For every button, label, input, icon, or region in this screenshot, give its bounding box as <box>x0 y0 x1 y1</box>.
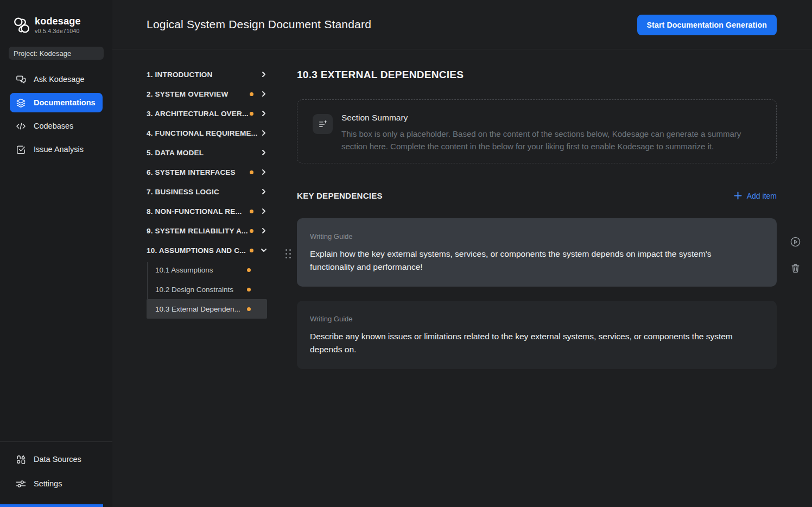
sidebar-nav: Ask Kodesage Documentations Codebases <box>0 69 112 159</box>
toc-item-data-model[interactable]: 5. DATA MODEL <box>147 143 267 162</box>
generate-play-button[interactable] <box>789 235 802 248</box>
page-title: Logical System Design Document Standard <box>147 18 371 31</box>
chevron-right-icon <box>261 71 267 78</box>
toc-item-label: 8. NON-FUNCTIONAL RE... <box>147 207 242 216</box>
sidebar-item-label: Codebases <box>34 122 73 130</box>
shapes-icon <box>15 454 27 465</box>
writing-guide-label: Writing Guide <box>310 232 762 240</box>
dependency-card-1[interactable]: Writing Guide Explain how the key extern… <box>297 218 777 287</box>
sidebar-scrollbar[interactable] <box>0 504 103 507</box>
toc-subitem-assumptions[interactable]: 10.1 Assumptions <box>147 260 267 280</box>
summary-title: Section Summary <box>341 113 760 123</box>
toc-item-assumptions-and-constraints[interactable]: 10. ASSUMPTIONS AND C... <box>147 240 267 260</box>
toc-item-label: 10. ASSUMPTIONS AND C... <box>147 246 246 255</box>
project-selector[interactable]: Project: Kodesage <box>9 47 104 60</box>
section-summary-placeholder: Section Summary This box is only a place… <box>297 99 777 163</box>
chevron-right-icon <box>261 91 267 97</box>
toc-item-label: 7. BUSINESS LOGIC <box>147 188 219 196</box>
toc-sublist: 10.1 Assumptions 10.2 Design Constraints… <box>147 260 267 319</box>
toc-item-functional-requirements[interactable]: 4. FUNCTIONAL REQUIREME... <box>147 123 267 143</box>
toc-subitem-label: 10.2 Design Constraints <box>155 286 233 294</box>
summarize-sparkle-icon <box>317 118 328 130</box>
plus-icon <box>734 192 742 200</box>
sidebar-item-settings[interactable]: Settings <box>10 474 103 493</box>
toc-item-system-overview[interactable]: 2. SYSTEM OVERVIEW <box>147 84 267 104</box>
toc-item-label: 5. DATA MODEL <box>147 149 204 157</box>
sidebar-footer: Data Sources Settings <box>0 441 112 498</box>
status-dot <box>250 229 253 233</box>
chevron-down-icon <box>261 247 267 254</box>
main-content: 10.3 EXTERNAL DEPENDENCIES Section Summa… <box>297 65 777 369</box>
sidebar-item-label: Settings <box>34 479 62 488</box>
sidebar-item-label: Documentations <box>34 98 96 107</box>
toc-item-non-functional-requirements[interactable]: 8. NON-FUNCTIONAL RE... <box>147 201 267 221</box>
chat-icon <box>15 74 27 85</box>
toc-item-system-interfaces[interactable]: 6. SYSTEM INTERFACES <box>147 162 267 182</box>
status-dot <box>247 268 251 272</box>
sliders-icon <box>15 478 27 490</box>
page-header: Logical System Design Document Standard … <box>112 0 812 49</box>
toc-item-label: 9. SYSTEM RELIABILITY A... <box>147 227 248 235</box>
toc-item-label: 3. ARCHITECTURAL OVER... <box>147 110 249 118</box>
sidebar-item-codebases[interactable]: Codebases <box>10 116 103 136</box>
summary-body: This box is only a placeholder. Based on… <box>341 128 760 153</box>
chevron-right-icon <box>261 169 267 175</box>
status-dot <box>247 307 251 311</box>
start-documentation-generation-button[interactable]: Start Documentation Generation <box>637 15 777 35</box>
layers-icon <box>15 97 27 109</box>
section-title: 10.3 EXTERNAL DEPENDENCIES <box>297 69 777 81</box>
key-dependencies-title: KEY DEPENDENCIES <box>297 191 383 200</box>
status-dot <box>247 288 251 291</box>
chevron-right-icon <box>261 110 267 117</box>
writing-guide-text[interactable]: Describe any known issues or limitations… <box>310 330 744 356</box>
toc-item-architectural-overview[interactable]: 3. ARCHITECTURAL OVER... <box>147 104 267 123</box>
delete-button[interactable] <box>789 262 802 275</box>
toc-item-introduction[interactable]: 1. INTRODUCTION <box>147 65 267 84</box>
check-square-icon <box>15 144 27 155</box>
add-item-label: Add item <box>747 192 777 200</box>
sidebar-item-data-sources[interactable]: Data Sources <box>10 449 103 469</box>
toc-subitem-label: 10.1 Assumptions <box>155 266 213 274</box>
document-toc: 1. INTRODUCTION 2. SYSTEM OVERVIEW 3. AR… <box>147 65 267 319</box>
logo-text: kodesage v0.5.4.3de71040 <box>35 15 81 34</box>
writing-guide-text[interactable]: Explain how the key external systems, se… <box>310 248 744 274</box>
status-dot <box>250 112 253 116</box>
sidebar-item-ask-kodesage[interactable]: Ask Kodesage <box>10 69 103 89</box>
app-version: v0.5.4.3de71040 <box>35 28 81 34</box>
dependency-card-2[interactable]: Writing Guide Describe any known issues … <box>297 301 777 369</box>
chevron-right-icon <box>261 208 267 214</box>
status-dot <box>250 249 253 252</box>
status-dot <box>250 210 253 213</box>
toc-item-business-logic[interactable]: 7. BUSINESS LOGIC <box>147 182 267 201</box>
trash-icon <box>790 263 801 274</box>
sidebar-item-issue-analysis[interactable]: Issue Analysis <box>10 140 103 159</box>
toc-subitem-external-dependencies[interactable]: 10.3 External Dependen... <box>147 299 267 319</box>
play-circle-icon <box>790 236 801 248</box>
toc-item-label: 6. SYSTEM INTERFACES <box>147 168 236 176</box>
sidebar-item-label: Data Sources <box>34 455 81 464</box>
sidebar-item-label: Issue Analysis <box>34 145 84 154</box>
status-dot <box>250 170 253 174</box>
toc-subitem-design-constraints[interactable]: 10.2 Design Constraints <box>147 280 267 299</box>
sidebar-item-documentations[interactable]: Documentations <box>10 93 103 112</box>
chevron-right-icon <box>261 227 267 234</box>
writing-guide-label: Writing Guide <box>310 315 762 323</box>
summary-texts: Section Summary This box is only a place… <box>341 113 760 163</box>
toc-item-system-reliability[interactable]: 9. SYSTEM RELIABILITY A... <box>147 221 267 240</box>
add-item-button[interactable]: Add item <box>734 192 777 200</box>
card-action-buttons <box>788 235 802 275</box>
sidebar: kodesage v0.5.4.3de71040 Project: Kodesa… <box>0 0 112 507</box>
code-icon <box>15 121 27 132</box>
summary-icon-container <box>313 114 333 134</box>
logo: kodesage v0.5.4.3de71040 <box>0 0 112 36</box>
sidebar-item-label: Ask Kodesage <box>34 75 85 84</box>
kodesage-logo-icon <box>11 15 33 36</box>
chevron-right-icon <box>261 130 267 136</box>
app-name: kodesage <box>35 15 81 27</box>
toc-item-label: 2. SYSTEM OVERVIEW <box>147 90 228 98</box>
toc-item-label: 1. INTRODUCTION <box>147 71 213 79</box>
toc-subitem-label: 10.3 External Dependen... <box>155 305 240 313</box>
status-dot <box>250 92 253 96</box>
chevron-right-icon <box>261 149 267 156</box>
drag-handle[interactable] <box>284 248 293 260</box>
